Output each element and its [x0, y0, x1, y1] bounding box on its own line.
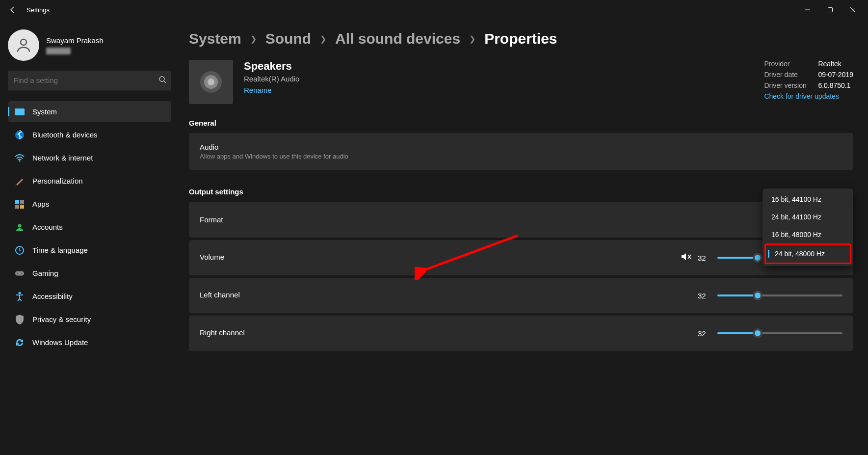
driver-date-value: 09-07-2019	[818, 71, 853, 79]
apps-icon	[15, 199, 25, 209]
left-channel-label: Left channel	[200, 291, 698, 299]
right-channel-value: 32	[698, 329, 711, 338]
sidebar: Swayam Prakash System Bluetooth & device…	[0, 20, 179, 455]
rename-link[interactable]: Rename	[244, 86, 272, 94]
volume-label: Volume	[200, 253, 681, 261]
sidebar-item-label: Time & language	[32, 246, 88, 254]
sidebar-item-windows-update[interactable]: Windows Update	[8, 332, 171, 353]
sidebar-item-label: System	[32, 107, 57, 116]
sidebar-item-time-language[interactable]: Time & language	[8, 240, 171, 261]
svg-point-2	[21, 39, 26, 45]
sidebar-item-label: Gaming	[32, 269, 58, 277]
svg-rect-9	[20, 200, 24, 204]
check-updates-link[interactable]: Check for driver updates	[764, 92, 853, 100]
format-card: Format Test	[189, 202, 853, 238]
breadcrumb-system[interactable]: System	[189, 30, 241, 47]
sidebar-item-accounts[interactable]: Accounts	[8, 216, 171, 238]
dropdown-option[interactable]: 24 bit, 44100 Hz	[764, 208, 851, 226]
back-button[interactable]	[4, 1, 22, 19]
accessibility-icon	[15, 292, 25, 301]
profile[interactable]: Swayam Prakash	[8, 29, 171, 61]
volume-value: 32	[698, 254, 711, 262]
sidebar-item-label: Network & internet	[32, 154, 93, 162]
gamepad-icon	[15, 268, 25, 278]
general-section-title: General	[189, 119, 853, 127]
breadcrumb-sound[interactable]: Sound	[265, 30, 311, 47]
chevron-right-icon: ❯	[250, 34, 257, 44]
svg-point-20	[208, 79, 214, 85]
sidebar-item-network[interactable]: Network & internet	[8, 147, 171, 168]
driver-date-label: Driver date	[764, 71, 818, 79]
breadcrumb: System ❯ Sound ❯ All sound devices ❯ Pro…	[189, 30, 853, 47]
update-icon	[15, 338, 25, 348]
svg-point-15	[17, 273, 18, 274]
sidebar-item-system[interactable]: System	[8, 101, 171, 122]
svg-point-7	[19, 160, 21, 161]
dropdown-option-selected[interactable]: 24 bit, 48000 Hz	[764, 243, 851, 264]
maximize-button[interactable]	[819, 1, 842, 19]
driver-version-value: 6.0.8750.1	[818, 81, 850, 89]
format-dropdown: 16 bit, 44100 Hz 24 bit, 44100 Hz 16 bit…	[763, 188, 853, 266]
left-channel-value: 32	[698, 292, 711, 300]
sidebar-item-label: Accounts	[32, 223, 63, 231]
left-channel-card: Left channel 32	[189, 278, 853, 313]
dropdown-option[interactable]: 16 bit, 44100 Hz	[764, 190, 851, 208]
shield-icon	[15, 315, 25, 324]
window-title: Settings	[26, 6, 50, 14]
sidebar-item-privacy[interactable]: Privacy & security	[8, 309, 171, 330]
svg-rect-1	[828, 8, 833, 12]
right-channel-card: Right channel 32	[189, 316, 853, 351]
right-channel-label: Right channel	[200, 328, 698, 337]
format-label: Format	[200, 215, 789, 224]
sidebar-item-label: Apps	[32, 200, 49, 208]
audio-card[interactable]: Audio Allow apps and Windows to use this…	[189, 133, 853, 170]
sidebar-item-bluetooth[interactable]: Bluetooth & devices	[8, 124, 171, 145]
speaker-device-icon	[189, 60, 233, 104]
svg-rect-14	[15, 271, 24, 275]
chevron-right-icon: ❯	[469, 34, 475, 44]
svg-point-16	[22, 273, 23, 274]
volume-card: Volume 32	[189, 240, 853, 275]
sidebar-item-label: Accessibility	[32, 292, 73, 300]
right-channel-slider[interactable]	[717, 332, 842, 334]
left-channel-slider[interactable]	[717, 294, 842, 296]
search-input[interactable]	[8, 71, 171, 90]
minimize-button[interactable]	[796, 1, 819, 19]
dropdown-option[interactable]: 16 bit, 48000 Hz	[764, 226, 851, 243]
system-icon	[15, 107, 25, 117]
profile-name: Swayam Prakash	[46, 36, 104, 45]
close-button[interactable]	[842, 1, 864, 19]
sidebar-item-label: Personalization	[32, 177, 83, 185]
svg-rect-11	[20, 205, 24, 209]
bluetooth-icon	[15, 130, 25, 140]
audio-title: Audio	[200, 143, 842, 151]
sidebar-item-apps[interactable]: Apps	[8, 193, 171, 214]
audio-desc: Allow apps and Windows to use this devic…	[200, 153, 842, 160]
sidebar-item-label: Bluetooth & devices	[32, 131, 98, 139]
wifi-icon	[15, 153, 25, 163]
device-name: Speakers	[244, 60, 299, 73]
sidebar-item-personalization[interactable]: Personalization	[8, 170, 171, 191]
avatar	[8, 29, 39, 61]
svg-rect-5	[15, 108, 25, 115]
sidebar-item-accessibility[interactable]: Accessibility	[8, 286, 171, 307]
svg-rect-10	[15, 205, 19, 209]
paintbrush-icon	[15, 176, 25, 186]
svg-point-17	[19, 292, 21, 294]
svg-rect-8	[15, 200, 19, 204]
mute-icon[interactable]	[681, 252, 692, 263]
sidebar-item-label: Windows Update	[32, 338, 88, 347]
breadcrumb-all-devices[interactable]: All sound devices	[335, 30, 460, 47]
provider-label: Provider	[764, 60, 818, 68]
clock-globe-icon	[15, 245, 25, 255]
driver-version-label: Driver version	[764, 81, 818, 89]
sidebar-item-gaming[interactable]: Gaming	[8, 263, 171, 284]
svg-point-12	[18, 224, 22, 227]
profile-email-redacted	[46, 48, 71, 54]
svg-line-4	[164, 81, 166, 83]
device-subtitle: Realtek(R) Audio	[244, 75, 299, 83]
output-section-title: Output settings	[189, 187, 853, 196]
breadcrumb-properties: Properties	[484, 30, 557, 47]
search-icon	[158, 76, 166, 85]
sidebar-item-label: Privacy & security	[32, 315, 91, 323]
